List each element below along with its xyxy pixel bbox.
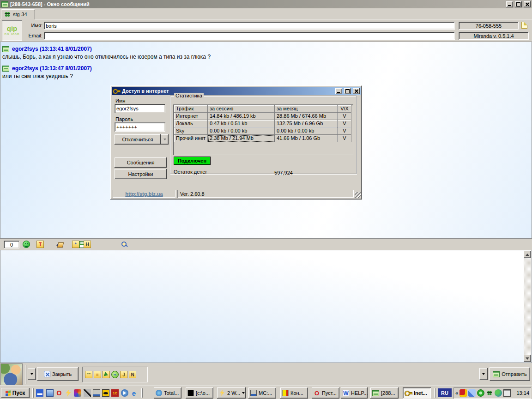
bat-shape [103, 392, 108, 394]
tray-collapse-button[interactable]: « [455, 390, 458, 396]
table-cell[interactable]: V [338, 113, 351, 120]
taskbar-button-help[interactable]: W HELP... [341, 387, 368, 399]
row-header[interactable]: Sky [174, 127, 208, 135]
messages-button[interactable]: Сообщения [115, 157, 167, 168]
close-options-dropdown[interactable] [28, 368, 36, 380]
close-button-main[interactable]: Закрыть [37, 367, 79, 381]
quicklaunch-ie-icon[interactable]: e [130, 389, 138, 397]
taskbar-button-opera[interactable]: O Пуст... [312, 387, 339, 399]
quicklaunch-media-player-icon[interactable] [121, 389, 128, 397]
message-info-icon[interactable] [521, 22, 527, 29]
close-button[interactable] [524, 1, 531, 7]
quicklaunch-bat-icon[interactable] [102, 389, 109, 397]
quote-icon[interactable]: "" [85, 371, 92, 378]
desktop: [288-543-658] - Окно сообщений stg-34 qi… [0, 0, 532, 399]
unread-counter: 0 [4, 241, 19, 248]
disconnect-dropdown-button[interactable] [161, 134, 169, 145]
close-icon [354, 89, 358, 93]
quicklaunch-floppy-icon[interactable]: ▬ [36, 389, 43, 397]
message-block: egor2fsys (13:13:41 8/01/2007) слышь, Бо… [2, 46, 211, 60]
table-cell[interactable]: 14.84 kb / 486.19 kb [208, 113, 275, 120]
login-field[interactable] [115, 104, 165, 113]
scrollbar-track[interactable] [524, 258, 531, 355]
table-cell[interactable]: V [338, 127, 351, 135]
table-cell[interactable]: 0.00 kb / 0.00 kb [275, 127, 338, 135]
tray-mail-icon[interactable] [459, 389, 467, 397]
notes-icon[interactable]: N [129, 371, 136, 378]
tray-globe-icon[interactable] [495, 389, 502, 397]
table-cell[interactable]: V [338, 120, 351, 127]
scroll-down-button[interactable] [524, 355, 531, 362]
tab-stg-34[interactable]: stg-34 [1, 9, 35, 19]
message-input-area[interactable] [0, 250, 532, 363]
website-link[interactable]: http://stg.biz.ua [125, 191, 163, 197]
send-button[interactable]: Отправить [490, 367, 530, 381]
contact-name-field[interactable] [44, 22, 455, 30]
row-header[interactable]: Интернет [174, 113, 208, 120]
tray-clock-icon[interactable] [477, 389, 484, 397]
table-cell[interactable]: 41.66 Mb / 1.06 Gb [275, 135, 338, 142]
contact-email-field[interactable] [44, 32, 455, 40]
minimize-button[interactable] [506, 1, 513, 7]
row-header[interactable]: Локаль [174, 120, 208, 127]
incoming-message-icon [2, 46, 9, 52]
quicklaunch-opera-icon[interactable]: O [55, 389, 63, 397]
column-header[interactable]: Трафик [174, 105, 208, 113]
chevron-down-icon [30, 373, 33, 375]
taskbar-button-console2[interactable]: Кон... [280, 387, 308, 399]
template-icon[interactable]: ≡ [94, 371, 101, 378]
taskbar-button-message-window[interactable]: [288... [370, 387, 399, 399]
dialog-close-button[interactable] [353, 88, 360, 94]
scroll-up-button[interactable] [524, 251, 531, 258]
taskbar-button-total-commander[interactable]: Total... [154, 387, 181, 399]
table-cell[interactable]: V [338, 135, 351, 142]
task-button-label: [c:\o... [196, 390, 210, 396]
table-cell[interactable]: 0.00 kb / 0.00 kb [208, 127, 275, 135]
window-select-icon[interactable] [103, 371, 110, 378]
send-options-dropdown[interactable] [479, 368, 488, 380]
quicklaunch-1c-icon[interactable]: 1C [111, 389, 119, 397]
settings-button[interactable]: Настройки [115, 169, 167, 179]
tray-message-icon[interactable] [503, 389, 511, 397]
start-button[interactable]: Пуск [1, 388, 30, 398]
table-cell[interactable]: 0.47 kb / 0.51 kb [208, 120, 275, 127]
quicklaunch-telescope-icon[interactable] [84, 389, 91, 397]
taskbar-button-console[interactable]: [c:\o... [186, 387, 213, 399]
resize-grip[interactable] [355, 192, 361, 198]
table-cell[interactable]: 28.86 Mb / 674.66 Mb [275, 113, 338, 120]
font-icon[interactable]: T [36, 241, 44, 248]
password-field[interactable] [115, 122, 165, 132]
dialog-maximize-button[interactable] [344, 88, 351, 94]
restore-button[interactable] [515, 1, 522, 7]
column-header[interactable]: V/X [338, 105, 351, 113]
disconnect-button[interactable]: Отключиться [115, 134, 161, 145]
maximize-icon [345, 89, 350, 93]
search-icon[interactable] [121, 241, 128, 248]
table-cell-focused[interactable]: 2.38 Mb / 21.94 Mb [208, 135, 275, 142]
column-header[interactable]: за сессию [208, 105, 275, 113]
dialog-minimize-button[interactable] [335, 88, 342, 94]
compose-scrollbar[interactable] [524, 251, 531, 362]
taskbar-button-mc[interactable]: MC:... [248, 387, 276, 399]
settings-wrench-icon[interactable]: ⌁ [111, 371, 119, 378]
column-header[interactable]: за месяц [275, 105, 338, 113]
history-icon[interactable]: H [84, 241, 91, 248]
quicklaunch-computer-icon[interactable] [93, 389, 100, 397]
taskbar-clock[interactable]: 13:14 [516, 390, 529, 396]
language-indicator[interactable]: RU [438, 388, 452, 397]
fill-color-icon[interactable] [56, 241, 64, 248]
journal-icon[interactable]: J [120, 371, 127, 378]
taskbar-button-inet-access[interactable]: Inet... [403, 387, 431, 399]
tab-bar: stg-34 [0, 8, 532, 19]
smiley-icon[interactable] [23, 241, 30, 248]
table-cell[interactable]: 132.75 Mb / 6.96 Gb [275, 120, 338, 127]
taskbar-button-group-2w[interactable]: 2 W... [217, 387, 246, 399]
divider [434, 388, 435, 398]
quicklaunch-palette-icon[interactable] [74, 389, 81, 397]
snowflake-icon[interactable]: * [72, 241, 79, 248]
tray-icq-flower-icon[interactable] [486, 389, 493, 397]
quicklaunch-window-icon[interactable] [46, 389, 54, 397]
row-header[interactable]: Прочий инет [174, 135, 208, 142]
tray-network-icon[interactable] [468, 389, 476, 397]
quicklaunch-lightning-icon[interactable] [65, 389, 72, 397]
